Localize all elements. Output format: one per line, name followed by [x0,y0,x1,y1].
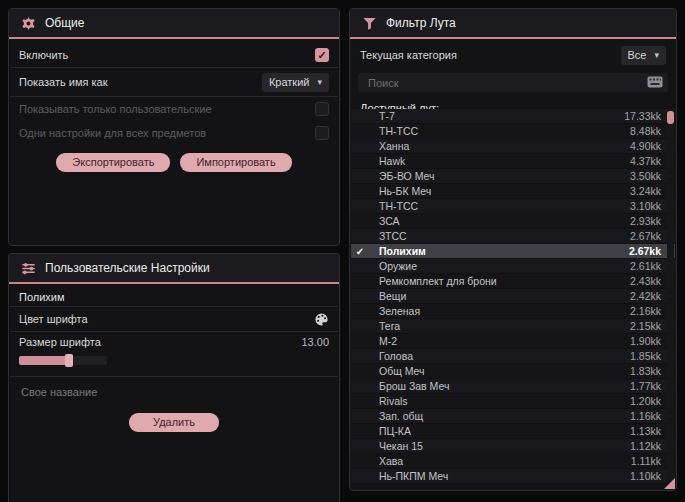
loot-item-row[interactable]: Чекан 151.12kk [351,439,675,454]
delete-row: Удалить [9,413,339,432]
loot-item-name: Оружие [369,260,630,272]
font-size-value: 13.00 [301,336,329,348]
selected-item-name: Полихим [9,288,339,306]
window-general-title: Общие [45,16,84,30]
loot-item-name: Брош Зав Меч [369,380,630,392]
loot-item-name: Чекан 15 [369,440,630,452]
display-name-combo-value: Краткий [269,76,310,88]
loot-item-row[interactable]: Тега2.15kk [351,319,675,334]
loot-item-name: Нь-ПКПМ Меч [369,470,630,482]
single-settings-label: Одни настройки для всех предметов [19,127,206,139]
overlay-canvas: Общие Включить ✓ Показать имя как Кратки… [0,0,685,502]
window-general: Общие Включить ✓ Показать имя как Кратки… [8,8,340,246]
loot-item-name: Зеленая [369,305,630,317]
export-import-row: Экспортировать Импортировать [9,153,339,172]
loot-item-name: Хава [369,455,631,467]
loot-item-name: ЗТСС [369,230,630,242]
export-button[interactable]: Экспортировать [56,153,170,172]
category-combo[interactable]: Все ▾ [621,46,667,65]
setting-row-display-name: Показать имя как Краткий ▾ [9,68,339,96]
loot-item-name: ТН-ТСС [369,200,630,212]
sliders-icon [21,261,36,276]
check-icon: ✓ [317,50,326,61]
window-loot-filter-title: Фильтр Лута [386,16,456,30]
loot-item-row[interactable]: Hawk4.37kk [351,154,675,169]
loot-item-row[interactable]: ТН-ТСС3.10kk [351,199,675,214]
loot-item-row[interactable]: Т-717.33kk [351,109,675,124]
loot-item-row[interactable]: Общ Меч1.83kk [351,364,675,379]
gear-icon [21,16,36,31]
scrollbar-thumb[interactable] [667,111,674,124]
loot-item-name: Ремкомплект для брони [369,275,630,287]
loot-item-name: ЗСА [369,215,630,227]
keyboard-icon[interactable] [647,76,663,88]
loot-list: Т-717.33kkТН-ТСС8.48kkХанна4.90kkHawk4.3… [351,109,675,483]
loot-item-name: Вещи [369,290,630,302]
setting-row-font-color: Цвет шрифта [9,307,339,331]
window-general-titlebar[interactable]: Общие [9,9,339,39]
resize-grip[interactable] [664,478,675,489]
loot-item-row[interactable]: ✓Полихим2.67kk [351,244,675,259]
chevron-down-icon: ▾ [654,50,659,60]
funnel-icon [362,16,377,31]
loot-item-row[interactable]: ПЦ-КА1.13kk [351,424,675,439]
loot-item-name: Ханна [369,140,630,152]
loot-item-row[interactable]: ТН-ТСС8.48kk [351,124,675,139]
loot-item-name: ЭБ-ВО Меч [369,170,630,182]
setting-row-enable: Включить ✓ [9,43,339,67]
font-color-label: Цвет шрифта [19,313,88,325]
slider-fill [19,356,69,365]
window-loot-filter-titlebar[interactable]: Фильтр Лута [350,9,676,39]
separator [10,376,338,377]
only-custom-checkbox[interactable] [315,102,329,116]
custom-name-input[interactable] [19,385,329,399]
loot-item-name: ПЦ-КА [369,425,630,437]
loot-item-row[interactable]: Ремкомплект для брони2.43kk [351,274,675,289]
loot-item-name: Rivals [369,395,630,407]
import-button[interactable]: Импортировать [180,153,291,172]
loot-item-row[interactable]: ЗТСС2.67kk [351,229,675,244]
loot-item-row[interactable]: ЗСА2.93kk [351,214,675,229]
loot-item-row[interactable]: Нь-ПКПМ Меч1.10kk [351,469,675,483]
single-settings-checkbox[interactable] [315,126,329,140]
category-row: Текущая категория Все ▾ [350,43,676,67]
category-combo-value: Все [628,49,647,61]
loot-item-name: ТН-ТСС [369,125,630,137]
loot-item-row[interactable]: Брош Зав Меч1.77kk [351,379,675,394]
loot-item-name: Голова [369,350,630,362]
setting-row-font-size: Размер шрифта 13.00 [9,332,339,352]
search-row [358,73,668,92]
loot-item-row[interactable]: Ханна4.90kk [351,139,675,154]
loot-item-row[interactable]: Голова1.85kk [351,349,675,364]
loot-item-row[interactable]: Нь-БК Меч3.24kk [351,184,675,199]
loot-item-row[interactable]: Хава1.11kk [351,454,675,469]
setting-row-single-settings: Одни настройки для всех предметов [9,121,339,145]
font-size-slider-row [9,352,339,368]
loot-item-name: Нь-БК Меч [369,185,630,197]
scrollbar-track[interactable] [667,109,674,483]
display-name-combo[interactable]: Краткий ▾ [262,73,329,92]
slider-handle[interactable] [65,354,73,367]
font-size-slider[interactable] [19,356,107,365]
chevron-down-icon: ▾ [317,77,322,87]
only-custom-label: Показывать только пользовательские [19,103,212,115]
loot-item-row[interactable]: Зеленая2.16kk [351,304,675,319]
palette-icon[interactable] [314,312,329,327]
search-input[interactable] [366,76,642,90]
enable-checkbox[interactable]: ✓ [315,48,329,62]
custom-name-row [9,381,339,403]
loot-item-name: Полихим [369,245,629,257]
delete-button[interactable]: Удалить [129,413,219,432]
loot-item-row[interactable]: Зап. общ1.16kk [351,409,675,424]
loot-item-row[interactable]: ЭБ-ВО Меч3.50kk [351,169,675,184]
loot-item-row[interactable]: Оружие2.61kk [351,259,675,274]
loot-item-name: Hawk [369,155,630,167]
window-custom-settings-titlebar[interactable]: Пользовательские Настройки [9,254,339,284]
loot-item-row[interactable]: Вещи2.42kk [351,289,675,304]
window-loot-filter: Фильтр Лута Текущая категория Все ▾ Дос [349,8,677,491]
loot-item-row[interactable]: М-21.90kk [351,334,675,349]
window-custom-settings-title: Пользовательские Настройки [45,261,210,275]
loot-item-name: М-2 [369,335,630,347]
loot-item-row[interactable]: Rivals1.20kk [351,394,675,409]
loot-item-name: Общ Меч [369,365,630,377]
